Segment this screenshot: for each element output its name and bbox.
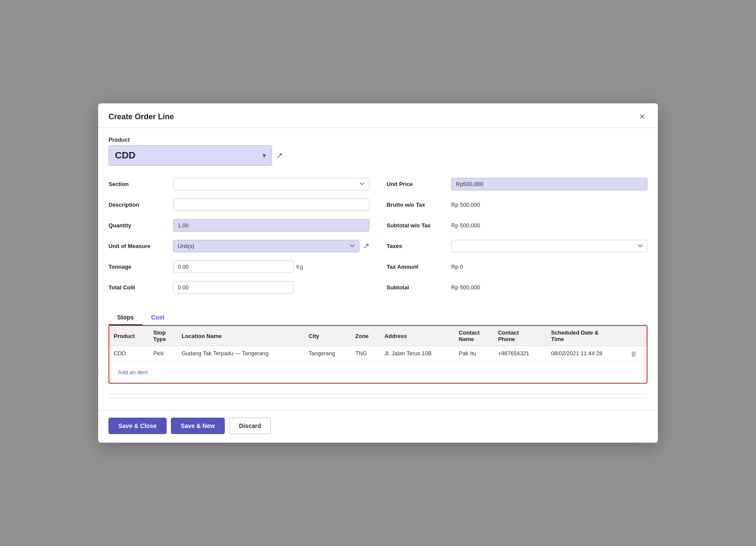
uom-row: Unit(s) ↗ — [173, 240, 369, 252]
col-address: Address — [380, 326, 455, 346]
row-contact-name: Pak Itu — [455, 346, 494, 362]
row-address: Jl. Jalan Terus 10B — [380, 346, 455, 362]
form-left: Section Description — [108, 176, 369, 300]
row-delete-cell: 🗑 — [626, 346, 647, 362]
divider-2 — [108, 398, 648, 398]
subtotal-label: Subtotal — [387, 284, 451, 291]
taxes-select[interactable] — [451, 240, 648, 252]
modal-body: Product CDD ▾ ↗ Section — [98, 128, 658, 410]
col-contact-name: ContactName — [455, 326, 494, 346]
modal-title: Create Order Line — [108, 112, 174, 121]
stops-table-head: Product StopType Location Name City Zone… — [109, 326, 647, 346]
add-item-cell: Add an item — [109, 362, 647, 383]
row-contact-phone: +987654321 — [494, 346, 547, 362]
col-actions — [626, 326, 647, 346]
tab-stops[interactable]: Stops — [108, 310, 143, 325]
section-row: Section — [108, 176, 369, 192]
row-city: Tangerang — [304, 346, 351, 362]
taxes-row: Taxes — [387, 238, 648, 254]
tonnage-input[interactable] — [173, 261, 294, 273]
unit-of-measure-value: Unit(s) ↗ — [173, 240, 369, 252]
taxes-label: Taxes — [387, 243, 451, 249]
stops-table-wrapper: Product StopType Location Name City Zone… — [108, 325, 648, 384]
form-right: Unit Price Brutto w/o Tax Rp 500,000 Sub… — [387, 176, 648, 300]
col-contact-phone: ContactPhone — [494, 326, 547, 346]
subtotal-static: Rp 500,000 — [451, 284, 480, 291]
subtotal-wo-tax-row: Subtotal w/o Tax Rp 500,000 — [387, 217, 648, 233]
external-link-button[interactable]: ↗ — [276, 151, 283, 160]
product-label: Product — [108, 136, 648, 143]
subtotal-wo-tax-static: Rp 500,000 — [451, 222, 480, 229]
total-colli-row: Total Colli — [108, 279, 369, 295]
tonnage-suffix: Kg — [296, 264, 303, 270]
total-colli-label: Total Colli — [108, 284, 173, 291]
delete-row-button[interactable]: 🗑 — [631, 350, 637, 357]
tab-cost[interactable]: Cost — [143, 310, 173, 325]
col-stop-type: StopType — [149, 326, 177, 346]
quantity-row: Quantity — [108, 217, 369, 233]
chevron-down-icon: ▾ — [263, 152, 266, 159]
brutto-row: Brutto w/o Tax Rp 500,000 — [387, 197, 648, 212]
product-row: CDD ▾ ↗ — [108, 145, 648, 166]
subtotal-value: Rp 500,000 — [451, 284, 648, 291]
stops-table: Product StopType Location Name City Zone… — [109, 326, 647, 383]
create-order-line-modal: Create Order Line × Product CDD ▾ ↗ — [98, 103, 658, 443]
quantity-label: Quantity — [108, 222, 173, 229]
tonnage-label: Tonnage — [108, 264, 173, 270]
form-grid: Section Description — [108, 176, 648, 300]
quantity-input[interactable] — [173, 219, 369, 232]
section-select[interactable] — [173, 178, 369, 190]
tabs-container: Stops Cost Product StopType Location Nam… — [108, 310, 648, 384]
row-scheduled-date-time: 08/02/2021 11:44:28 — [547, 346, 626, 362]
description-row: Description — [108, 197, 369, 212]
col-zone: Zone — [351, 326, 380, 346]
section-label: Section — [108, 181, 173, 187]
tax-amount-label: Tax Amount — [387, 264, 451, 270]
unit-of-measure-label: Unit of Measure — [108, 243, 173, 249]
discard-button[interactable]: Discard — [229, 418, 271, 434]
total-colli-input[interactable] — [173, 281, 294, 294]
save-close-button[interactable]: Save & Close — [108, 418, 167, 434]
close-button[interactable]: × — [637, 111, 648, 122]
total-colli-value — [173, 281, 369, 294]
product-value: CDD — [115, 150, 136, 161]
col-scheduled-date-time: Scheduled Date &Time — [547, 326, 626, 346]
external-link-icon: ↗ — [276, 151, 283, 160]
tonnage-input-group: Kg — [173, 261, 369, 273]
tax-amount-value: Rp 0 — [451, 263, 648, 270]
tonnage-row: Tonnage Kg — [108, 259, 369, 274]
modal-footer: Save & Close Save & New Discard — [98, 410, 658, 443]
description-label: Description — [108, 202, 173, 208]
description-input[interactable] — [173, 199, 369, 211]
uom-external-link-icon: ↗ — [363, 242, 369, 250]
subtotal-wo-tax-value: Rp 500,000 — [451, 222, 648, 229]
tonnage-value: Kg — [173, 261, 369, 273]
unit-price-input[interactable] — [451, 178, 648, 190]
col-city: City — [304, 326, 351, 346]
row-zone: TNG — [351, 346, 380, 362]
tax-amount-row: Tax Amount Rp 0 — [387, 259, 648, 274]
description-value — [173, 199, 369, 211]
product-select[interactable]: CDD ▾ — [108, 145, 272, 166]
quantity-value — [173, 219, 369, 232]
taxes-value — [451, 240, 648, 252]
unit-price-label: Unit Price — [387, 181, 451, 187]
unit-of-measure-row: Unit of Measure Unit(s) ↗ — [108, 238, 369, 254]
add-item-row: Add an item — [109, 362, 647, 383]
brutto-value: Rp 500,000 — [451, 201, 648, 208]
brutto-static: Rp 500,000 — [451, 202, 480, 208]
spacer-area — [108, 394, 648, 398]
modal-backdrop: Create Order Line × Product CDD ▾ ↗ — [0, 0, 756, 546]
row-product: CDD — [109, 346, 149, 362]
col-product: Product — [109, 326, 149, 346]
stops-table-header-row: Product StopType Location Name City Zone… — [109, 326, 647, 346]
table-row: CDD Pick Gudang Tak Terpadu — Tangerang … — [109, 346, 647, 362]
save-new-button[interactable]: Save & New — [171, 418, 225, 434]
product-section: Product CDD ▾ ↗ — [108, 136, 648, 166]
row-stop-type: Pick — [149, 346, 177, 362]
add-item-link[interactable]: Add an item — [114, 366, 642, 379]
modal-header: Create Order Line × — [98, 103, 658, 128]
uom-select[interactable]: Unit(s) — [173, 240, 359, 252]
uom-external-link-button[interactable]: ↗ — [363, 241, 369, 251]
tax-amount-static: Rp 0 — [451, 264, 463, 270]
